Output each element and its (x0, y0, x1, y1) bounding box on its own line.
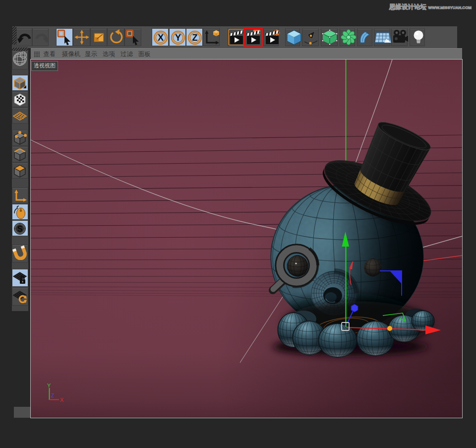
svg-text:Y: Y (175, 33, 181, 43)
svg-text:X: X (60, 397, 64, 403)
svg-text:X: X (158, 33, 164, 43)
svg-text:Y: Y (47, 383, 51, 388)
svg-text:Z: Z (51, 393, 54, 398)
svg-text:S: S (17, 225, 23, 233)
svg-text:Z: Z (192, 33, 198, 43)
